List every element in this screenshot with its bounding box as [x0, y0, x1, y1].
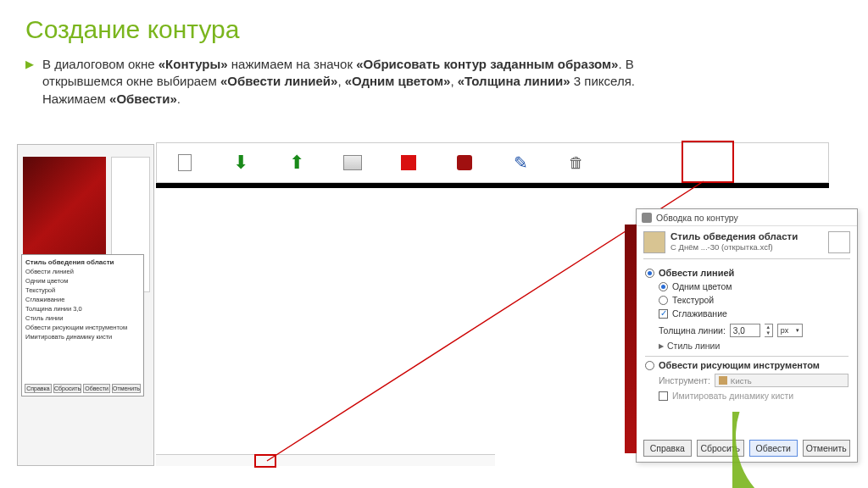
new-path-icon[interactable]: [174, 152, 196, 174]
separator-bar: [156, 183, 829, 188]
cancel-button[interactable]: Отменить: [803, 440, 851, 457]
dialog-titlebar[interactable]: Обводка по контуру: [637, 209, 857, 226]
slide-body: В диалоговом окне «Контуры» нажимаем на …: [42, 56, 636, 108]
thickness-spinner[interactable]: ▲▼: [765, 324, 773, 337]
delete-icon[interactable]: 🗑: [565, 152, 587, 174]
stroke-dialog: Обводка по контуру Стиль обведения облас…: [636, 208, 858, 463]
dialog-header-title: Стиль обведения области: [670, 231, 798, 241]
wilber-icon: [642, 213, 652, 223]
mini-opt-aa: Сглаживание: [25, 296, 140, 303]
opt-dynamics[interactable]: Имитировать динамику кисти: [659, 391, 849, 401]
dialog-window-title: Обводка по контуру: [656, 213, 738, 223]
checkbox-icon: [659, 309, 668, 319]
thickness-unit[interactable]: px▾: [777, 324, 803, 337]
radio-icon: [659, 296, 668, 305]
mini-title: Стиль обведения области: [25, 258, 140, 266]
mini-opt-line: Обвести линией: [25, 268, 140, 275]
mini-style: Стиль линии: [25, 314, 140, 322]
preset-icon[interactable]: [828, 231, 850, 253]
stroke-path-icon[interactable]: ✎: [509, 152, 531, 174]
thickness-input[interactable]: 3,0: [730, 324, 760, 337]
lower-icon[interactable]: ⬇: [230, 152, 252, 174]
help-button[interactable]: Справка: [643, 440, 692, 457]
opt-stroke-tool[interactable]: Обвести рисующим инструментом: [645, 360, 849, 370]
mini-buttons: Справка Сбросить Обвести Отменить: [25, 384, 141, 393]
mini-opt-solid: Одним цветом: [25, 277, 140, 285]
mini-thickness: Толщина линии 3,0: [25, 305, 140, 313]
bullet-icon: ▶: [25, 58, 34, 69]
mini-btn-cancel[interactable]: Отменить: [112, 384, 141, 393]
line-style-expander[interactable]: ▶ Стиль линии: [659, 341, 849, 351]
raise-icon[interactable]: ⬆: [286, 152, 308, 174]
checkbox-icon: [659, 391, 668, 401]
mini-opt-texture: Текстурой: [25, 286, 140, 294]
mini-opt-dyn: Имитировать динамику кисти: [25, 333, 140, 341]
instrument-label: Инструмент:: [659, 375, 710, 385]
mini-btn-ok[interactable]: Обвести: [83, 384, 110, 393]
opt-pattern[interactable]: Текстурой: [659, 295, 849, 305]
slide-title: Создание контура: [25, 15, 843, 44]
chevron-right-icon: ▶: [659, 342, 664, 350]
dialog-bg-strip: [625, 225, 637, 453]
mini-btn-reset[interactable]: Сбросить: [53, 384, 81, 393]
stroke-dialog-mini: Стиль обведения области Обвести линией О…: [21, 254, 144, 396]
opt-stroke-line[interactable]: Обвести линией: [645, 268, 849, 278]
radio-icon: [645, 361, 654, 370]
duplicate-icon[interactable]: [342, 152, 364, 174]
opt-solid-color[interactable]: Одним цветом: [659, 281, 849, 291]
thickness-label: Толщина линии:: [659, 325, 726, 336]
gimp-paths-toolbar: ⬇ ⬆ ✎ 🗑: [156, 142, 829, 183]
brush-icon: [719, 376, 727, 385]
paint-icon: [643, 231, 665, 253]
stroke-button[interactable]: Обвести: [749, 440, 798, 457]
taskbar-thumb: [156, 454, 495, 466]
mini-opt-tool: Обвести рисующим инструментом: [25, 324, 140, 331]
dialog-header-sub: С Днём ...-30 (открытка.xcf): [670, 242, 798, 252]
instrument-select[interactable]: Кисть: [715, 374, 849, 387]
selection-to-path-icon[interactable]: [453, 152, 476, 174]
path-to-selection-icon[interactable]: [398, 152, 420, 174]
radio-icon: [645, 269, 654, 278]
radio-icon: [659, 282, 668, 291]
opt-antialias[interactable]: Сглаживание: [659, 308, 849, 319]
mini-btn-help[interactable]: Справка: [25, 384, 52, 393]
reset-button[interactable]: Сбросить: [697, 440, 745, 457]
